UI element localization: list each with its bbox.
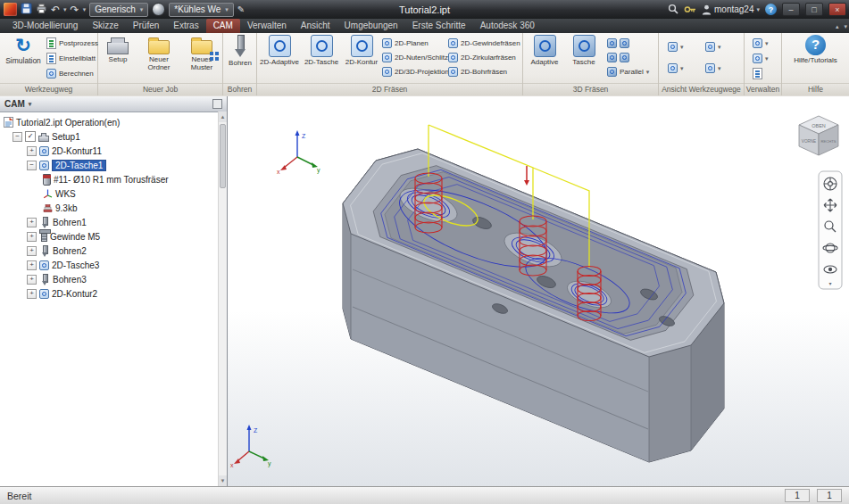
manage-button-3[interactable]: [753, 67, 762, 79]
inventor-logo-icon[interactable]: [4, 3, 17, 16]
simulation-button[interactable]: ↻ Simulation: [3, 35, 44, 65]
scroll-down-icon[interactable]: ▼: [219, 475, 227, 486]
view-cube[interactable]: OBEN VORNE RECHTS: [799, 116, 838, 155]
2d-zirkularfraesen-button[interactable]: 2D-Zirkularfräsen: [448, 51, 521, 63]
tree-item-2d-kontur11[interactable]: + 2D-Kontur11: [0, 144, 219, 158]
navbar-more-icon[interactable]: ▾: [828, 281, 831, 286]
sign-in-key-button[interactable]: [684, 4, 696, 15]
hilfe-tutorials-button[interactable]: ? Hilfe/Tutorials: [786, 35, 845, 65]
toolpath-view-button-2[interactable]: ▾: [705, 40, 721, 53]
collapse-icon[interactable]: −: [27, 161, 37, 170]
3d-misc-row-2[interactable]: [607, 51, 629, 63]
search-button[interactable]: [668, 4, 678, 16]
2d-adaptive-button[interactable]: 2D-Adaptive: [259, 35, 300, 67]
browser-options-icon[interactable]: [212, 99, 222, 109]
scrollbar-thumb[interactable]: [220, 124, 226, 188]
2d-bohrfraesen-button[interactable]: 2D-Bohrfräsen: [448, 65, 521, 78]
tree-item-bohren1[interactable]: + Bohren1: [0, 215, 219, 229]
appearance-dropdown[interactable]: *Kühles We ▾: [169, 3, 234, 17]
expand-icon[interactable]: +: [27, 232, 37, 242]
tree-item-2d-kontur2[interactable]: + 2D-Kontur2: [0, 286, 219, 301]
tree-item-bohren2[interactable]: + Bohren2: [0, 244, 219, 258]
einstellblatt-button[interactable]: Einstellblatt: [46, 52, 96, 64]
3d-op-icon[interactable]: [620, 38, 629, 48]
tab-3d-modellierung[interactable]: 3D-Modellierung: [5, 19, 85, 33]
tab-pruefen[interactable]: Prüfen: [126, 19, 166, 33]
tree-item-gewinde-m5[interactable]: + Gewinde M5: [0, 229, 219, 244]
model-viewport[interactable]: Z x y Z x y OBEN VO: [228, 96, 849, 486]
tab-skizze[interactable]: Skizze: [85, 19, 125, 33]
tree-root[interactable]: Tutorial2.ipt Operation(en): [0, 115, 219, 129]
toolpath-view-button-1[interactable]: ▾: [668, 40, 684, 53]
tree-item-setup1[interactable]: − ✓ Setup1: [0, 129, 219, 144]
postprozess-button[interactable]: Postprozess: [46, 37, 96, 49]
berechnen-button[interactable]: Berechnen: [46, 67, 96, 79]
tab-verwalten[interactable]: Verwalten: [240, 19, 294, 33]
scroll-up-icon[interactable]: ▲: [219, 112, 227, 122]
tree-item-2d-tasche3[interactable]: + 2D-Tasche3: [0, 258, 219, 272]
2d-planen-button[interactable]: 2D-Planen: [382, 37, 446, 49]
expand-icon[interactable]: +: [27, 218, 37, 227]
axis-x-label: x: [230, 462, 234, 468]
checkbox-checked[interactable]: ✓: [25, 131, 36, 142]
neues-muster-button[interactable]: Neues Muster: [182, 35, 221, 72]
navigation-bar[interactable]: ▾: [819, 171, 842, 289]
edit-appearance-icon[interactable]: ✎: [237, 4, 245, 15]
minimize-button[interactable]: –: [782, 3, 800, 16]
tree-item-2d-tasche1-selected[interactable]: − 2D-Tasche1: [0, 158, 219, 172]
tree-item-tool[interactable]: #11- Ø10 R1 mm Torusfräser: [0, 172, 219, 186]
viewport-canvas[interactable]: Z x y Z x y OBEN VO: [228, 96, 849, 486]
expand-icon[interactable]: +: [27, 246, 37, 256]
manage-button-2[interactable]: ▾: [753, 52, 769, 64]
tree-item-size[interactable]: 9.3kb: [0, 201, 219, 215]
material-dropdown[interactable]: Generisch ▾: [89, 3, 148, 17]
close-button[interactable]: ×: [828, 3, 846, 16]
redo-button[interactable]: ↷: [71, 4, 79, 15]
ribbon-options-icon[interactable]: ▾: [844, 23, 847, 29]
3d-op-icon[interactable]: [620, 53, 629, 62]
3d-misc-row-1[interactable]: [607, 37, 629, 49]
2d-kontur-button[interactable]: 2D-Kontur: [343, 35, 380, 67]
3d-adaptive-button[interactable]: Adaptive: [525, 35, 564, 67]
expand-icon[interactable]: +: [27, 146, 37, 156]
user-account-button[interactable]: montag24 ▾: [702, 4, 760, 15]
undo-caret-icon[interactable]: ▾: [63, 6, 67, 12]
material-ball-icon[interactable]: [152, 3, 165, 16]
bohren-button[interactable]: Bohren: [224, 35, 256, 68]
help-button[interactable]: ?: [765, 4, 777, 15]
expand-icon[interactable]: +: [27, 275, 37, 285]
3d-op-icon[interactable]: [607, 53, 617, 62]
3d-tasche-button[interactable]: Tasche: [566, 35, 602, 67]
tab-extras[interactable]: Extras: [166, 19, 205, 33]
save-button[interactable]: [21, 3, 32, 16]
2d-gewindefraesen-button[interactable]: 2D-Gewindefräsen: [448, 37, 521, 49]
redo-caret-icon[interactable]: ▾: [83, 6, 87, 12]
toolpath-view-button-4[interactable]: ▾: [705, 62, 721, 74]
status-counter-1: 1: [785, 489, 810, 502]
toolpath-view-button-3[interactable]: ▾: [668, 62, 684, 74]
neuer-ordner-button[interactable]: Neuer Ordner: [137, 35, 180, 72]
tab-ansicht[interactable]: Ansicht: [294, 19, 337, 33]
tab-autodesk-360[interactable]: Autodesk 360: [473, 19, 542, 33]
manage-button-1[interactable]: ▾: [753, 37, 769, 49]
3d-parallel-button[interactable]: Parallel ▾: [607, 65, 649, 78]
tab-erste-schritte[interactable]: Erste Schritte: [405, 19, 473, 33]
2d-tasche-button[interactable]: 2D-Tasche: [302, 35, 341, 67]
ribbon-collapse-icon[interactable]: ▴: [836, 23, 839, 29]
browser-header[interactable]: CAM ▾: [0, 96, 227, 112]
tree-item-bohren3[interactable]: + Bohren3: [0, 272, 219, 286]
browser-scrollbar[interactable]: ▲ ▼: [218, 112, 227, 486]
setup-button[interactable]: Setup: [100, 35, 136, 64]
2d-3d-projektion-button[interactable]: 2D/3D-Projektion: [382, 65, 446, 78]
print-button[interactable]: [36, 3, 47, 16]
expand-icon[interactable]: +: [27, 260, 37, 270]
tab-cam[interactable]: CAM: [206, 19, 240, 33]
undo-button[interactable]: ↶: [51, 4, 60, 15]
expand-icon[interactable]: +: [27, 289, 37, 299]
3d-op-icon[interactable]: [607, 38, 617, 48]
collapse-icon[interactable]: −: [12, 132, 22, 142]
tree-item-wks[interactable]: WKS: [0, 186, 219, 201]
tab-umgebungen[interactable]: Umgebungen: [337, 19, 405, 33]
maximize-button[interactable]: □: [805, 3, 823, 16]
2d-nuten-schlitz-button[interactable]: 2D-Nuten/Schlitz: [382, 51, 446, 63]
